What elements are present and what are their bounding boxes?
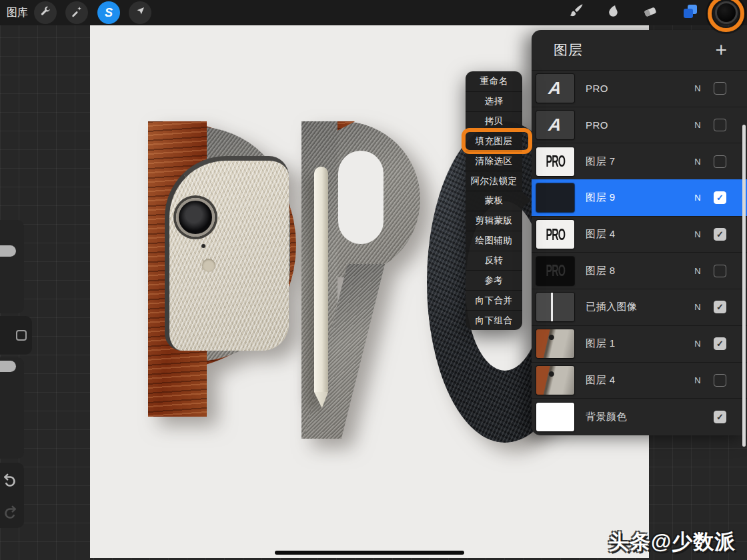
layer-name: 图层 7 — [586, 155, 691, 168]
layer-visibility-checkbox[interactable]: ✓ — [714, 191, 726, 204]
context-menu-item[interactable]: 阿尔法锁定 — [466, 171, 522, 191]
opacity-slider[interactable] — [0, 357, 24, 459]
transform-button[interactable] — [129, 1, 151, 24]
layer-row[interactable]: 图层 1 N ✓ — [532, 325, 747, 362]
layer-visibility-checkbox[interactable]: ✓ — [714, 337, 726, 350]
context-menu-item[interactable]: 反转 — [466, 251, 522, 271]
layer-row[interactable]: 已插入图像 N ✓ — [532, 289, 747, 325]
brush-button[interactable] — [567, 4, 584, 21]
context-menu-item[interactable]: 清除选区 — [466, 151, 522, 171]
apple-pencil — [314, 167, 328, 408]
apple-pencil-body — [314, 167, 328, 392]
layer-visibility-checkbox[interactable] — [714, 82, 726, 95]
context-menu-item-label: 拷贝 — [485, 115, 504, 127]
layer-name: 图层 1 — [586, 337, 691, 350]
watermark: 头条@少数派 — [608, 528, 736, 556]
brush-size-slider[interactable] — [0, 220, 24, 313]
context-menu-item-label: 阿尔法锁定 — [471, 175, 518, 187]
layer-thumbnail[interactable] — [536, 183, 574, 212]
layer-blend-mode[interactable]: N — [691, 339, 704, 349]
layer-blend-mode[interactable]: N — [691, 193, 704, 203]
layers-scrollbar[interactable] — [742, 125, 746, 447]
layer-visibility-checkbox[interactable] — [714, 265, 726, 277]
home-indicator[interactable] — [275, 551, 464, 555]
redo-icon[interactable] — [1, 504, 19, 521]
context-menu-item-label: 绘图辅助 — [476, 235, 513, 247]
layer-blend-mode[interactable]: N — [691, 120, 704, 130]
selection-s-icon: S — [105, 7, 113, 19]
layers-button[interactable] — [682, 4, 699, 21]
layer-thumbnail[interactable] — [536, 366, 574, 395]
layer-thumbnail[interactable]: PRO — [536, 147, 574, 176]
context-menu-item[interactable]: 拷贝 — [466, 111, 522, 131]
ipad-flash-circle — [202, 259, 215, 272]
layer-row[interactable]: 图层 4 N — [532, 362, 747, 399]
context-menu-item[interactable]: 绘图辅助 — [466, 231, 522, 251]
context-menu-item[interactable]: 重命名 — [466, 71, 522, 91]
layer-thumbnail[interactable] — [536, 403, 574, 431]
layer-thumbnail[interactable] — [536, 329, 574, 358]
context-menu-item[interactable]: 参考 — [466, 270, 522, 290]
letter-r-counter — [338, 151, 384, 244]
layer-visibility-checkbox[interactable] — [714, 155, 726, 168]
context-menu-item-label: 蒙板 — [485, 195, 504, 207]
layer-thumbnail[interactable]: PRO — [536, 220, 574, 249]
layer-thumbnail-glyph: A — [548, 78, 563, 99]
actions-button[interactable] — [34, 1, 57, 24]
smudge-icon — [605, 3, 621, 22]
gallery-button[interactable]: 图库 — [7, 0, 28, 25]
context-menu-items: 重命名 选择 拷贝 填充图层 清除选区 阿尔法锁定 蒙板 剪辑蒙版 绘图辅助 反… — [466, 71, 522, 330]
context-menu-item-label: 参考 — [485, 275, 504, 287]
layer-blend-mode[interactable]: N — [691, 229, 704, 239]
layer-thumbnail[interactable]: A — [536, 111, 574, 139]
layer-blend-mode[interactable]: N — [691, 83, 704, 93]
adjustments-button[interactable] — [65, 1, 88, 24]
procreate-app: 图层 + A PRO N A PRO N PRO 图层 7 N 图层 9 N ✓… — [0, 0, 747, 560]
layer-row[interactable]: 背景颜色 ✓ — [532, 398, 747, 435]
layer-visibility-checkbox[interactable]: ✓ — [714, 228, 726, 241]
apple-pencil-tip — [314, 392, 328, 408]
context-menu-item[interactable]: 填充图层 — [466, 131, 522, 151]
layer-thumbnail[interactable] — [536, 293, 574, 321]
context-menu-item-label: 填充图层 — [476, 135, 513, 147]
add-layer-button[interactable]: + — [715, 40, 727, 60]
brush-size-slider-handle[interactable] — [0, 245, 16, 257]
selection-button[interactable]: S — [97, 1, 120, 24]
smudge-button[interactable] — [604, 4, 622, 21]
layer-row[interactable]: A PRO N — [532, 70, 747, 107]
layer-row[interactable]: PRO 图层 7 N — [532, 143, 747, 179]
layer-blend-mode[interactable]: N — [691, 302, 704, 312]
layer-visibility-checkbox[interactable] — [714, 119, 726, 131]
context-menu-item[interactable]: 选择 — [466, 91, 522, 111]
opacity-slider-handle[interactable] — [0, 361, 16, 372]
context-menu-item-label: 清除选区 — [476, 155, 513, 167]
layer-thumbnail-glyph: PRO — [546, 225, 565, 243]
context-menu-item[interactable]: 向下组合 — [466, 310, 522, 330]
undo-icon[interactable] — [1, 472, 19, 489]
context-menu-pointer — [522, 192, 531, 208]
eraser-button[interactable] — [642, 4, 659, 21]
layer-row[interactable]: 图层 9 N ✓ — [532, 179, 747, 216]
ipad-camera-lens — [176, 198, 215, 237]
context-menu-item[interactable]: 蒙板 — [466, 191, 522, 211]
context-menu-item[interactable]: 剪辑蒙版 — [466, 211, 522, 231]
layer-thumbnail[interactable]: A — [536, 74, 574, 103]
layer-thumbnail[interactable]: PRO — [536, 257, 574, 285]
layer-visibility-checkbox[interactable] — [714, 374, 726, 387]
layer-blend-mode[interactable]: N — [691, 266, 704, 276]
layer-visibility-checkbox[interactable]: ✓ — [714, 411, 726, 423]
modify-button[interactable] — [0, 316, 32, 355]
layer-name: PRO — [586, 119, 691, 131]
layer-name: PRO — [586, 83, 691, 94]
layers-panel-title: 图层 — [554, 41, 715, 59]
layer-visibility-checkbox[interactable]: ✓ — [714, 301, 726, 313]
context-menu-item-label: 剪辑蒙版 — [476, 215, 513, 227]
layer-row[interactable]: PRO 图层 4 N ✓ — [532, 216, 747, 253]
magic-wand-icon — [71, 5, 83, 20]
layer-row[interactable]: A PRO N — [532, 107, 747, 143]
context-menu-item[interactable]: 向下合并 — [466, 290, 522, 310]
layer-row[interactable]: PRO 图层 8 N — [532, 252, 747, 289]
layers-panel-header: 图层 + — [532, 30, 747, 70]
layer-blend-mode[interactable]: N — [691, 375, 704, 385]
layer-blend-mode[interactable]: N — [691, 157, 704, 167]
